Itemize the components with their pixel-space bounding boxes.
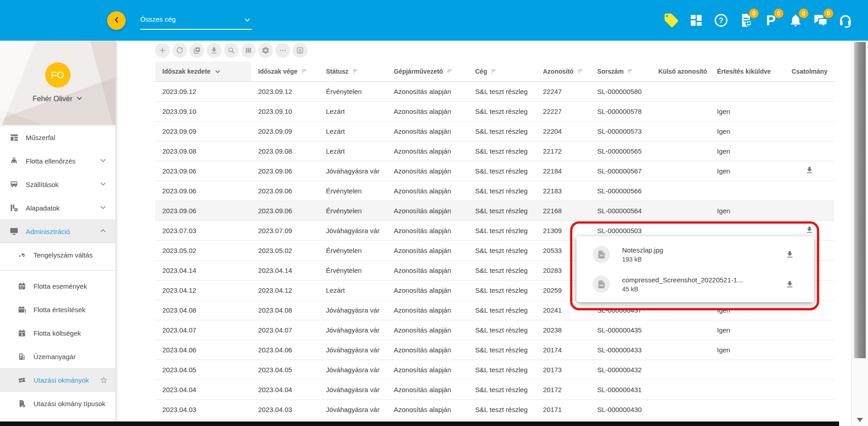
column-header-2[interactable]: Időszak vége	[251, 61, 319, 81]
table-row[interactable]: 2023.09.122023.09.12ÉrvénytelenAzonosítá…	[155, 81, 834, 101]
external-id-cell	[651, 81, 710, 101]
period-end-cell: 2023.07.09	[251, 220, 319, 240]
notified-cell: Igen	[710, 141, 784, 161]
help-icon[interactable]: ?	[712, 12, 730, 29]
company-cell: S&L teszt részleg	[468, 340, 536, 360]
external-id-cell	[651, 360, 710, 379]
sidebar-item-utazasi-okmany-tipusok[interactable]: Utazási okmány típusok	[0, 392, 115, 415]
table-row[interactable]: 2023.09.062023.09.06ÉrvénytelenAzonosítá…	[155, 181, 834, 201]
notified-cell: Igen	[710, 101, 784, 121]
notified-cell: Igen	[710, 340, 784, 360]
parking-icon[interactable]: P 0	[762, 12, 779, 29]
driver-cell: Azonosítás alapján	[387, 260, 468, 280]
refresh-button[interactable]	[172, 43, 187, 58]
columns-button[interactable]	[241, 43, 256, 58]
sidebar-item-szallitasok[interactable]: Szállítások	[0, 173, 115, 196]
svg-text:$: $	[21, 333, 23, 337]
sidebar-item-muszerfal[interactable]: Műszerfal	[0, 126, 115, 149]
jpg-file-icon: JPG	[593, 246, 610, 263]
tag-icon[interactable]	[663, 12, 680, 29]
bus-icon	[9, 179, 19, 189]
table-row[interactable]: 2023.04.042023.04.04Jóváhagyásra várAzon…	[155, 379, 834, 399]
attachment-cell	[784, 340, 834, 360]
sidebar-item-flotta-ertesitesek[interactable]: Flotta értesítések	[0, 298, 115, 321]
column-header-5[interactable]: Cég	[468, 61, 536, 81]
table-row[interactable]: 2023.09.092023.09.09LezártAzonosítás ala…	[155, 121, 834, 141]
sidebar-item-tengelyszam-valtas[interactable]: Tengelyszám váltás	[0, 243, 115, 267]
user-card[interactable]: FO Fehér Olivér	[0, 41, 115, 125]
period-end-cell: 2023.04.05	[251, 360, 319, 379]
scrollbar-down-arrow[interactable]	[857, 418, 863, 422]
driver-cell: Azonosítás alapján	[387, 201, 468, 220]
driver-cell: Azonosítás alapján	[387, 379, 468, 399]
table-row[interactable]: 2023.04.072023.04.07Jóváhagyásra várAzon…	[155, 320, 834, 340]
vertical-scrollbar[interactable]	[851, 41, 868, 426]
document-sync-icon[interactable]: 0	[737, 12, 755, 29]
duplicate-add-button[interactable]	[189, 43, 204, 58]
attachment-cell	[784, 201, 834, 220]
scrollbar-thumb[interactable]	[854, 42, 866, 358]
company-cell: S&L teszt részleg	[468, 399, 536, 419]
column-header-7[interactable]: Sorszám	[590, 61, 651, 81]
period-start-cell: 2023.09.09	[155, 121, 251, 141]
table-row[interactable]: 2023.04.062023.04.06Jóváhagyásra várAzon…	[155, 340, 834, 360]
sidebar-item-adminisztracio[interactable]: Adminisztráció	[0, 220, 115, 243]
download-icon[interactable]	[785, 280, 794, 289]
notifications-icon[interactable]: 0	[787, 12, 804, 29]
period-start-cell: 2023.07.03	[155, 220, 251, 240]
attachment-cell[interactable]	[784, 161, 834, 181]
file-name: Noteszlap.jpg	[622, 246, 663, 254]
sidebar-menu: Műszerfal Flotta ellenőrzés Szállítások	[0, 125, 115, 419]
sidebar-collapse-button[interactable]	[107, 11, 126, 30]
table-row[interactable]: 2023.04.032023.04.03Jóváhagyásra várAzon…	[155, 399, 834, 419]
star-icon[interactable]: ☆	[100, 375, 108, 385]
table-row[interactable]: 2023.04.052023.04.05Jóváhagyásra várAzon…	[155, 360, 834, 379]
period-end-cell: 2023.04.03	[251, 399, 319, 419]
support-headset-icon[interactable]	[837, 12, 854, 29]
sidebar-item-flotta-koltsegek[interactable]: $ Flotta költségek	[0, 321, 115, 345]
column-header-4[interactable]: Gépjárművezető	[387, 61, 468, 81]
search-button[interactable]	[224, 43, 239, 58]
attachment-item[interactable]: JPG Noteszlap.jpg 193 kB	[576, 239, 814, 269]
column-header-1[interactable]: Időszak kezdete	[155, 61, 251, 81]
company-cell: S&L teszt részleg	[468, 260, 536, 280]
notifications-badge: 0	[799, 9, 808, 18]
period-start-cell: 2023.09.10	[155, 101, 251, 121]
column-header-3[interactable]: Státusz	[319, 61, 387, 81]
attachment-cell	[784, 399, 834, 419]
attachment-item[interactable]: PNG compressed_Screenshot_20220521-1... …	[576, 269, 814, 299]
download-icon	[805, 166, 814, 174]
table-row[interactable]: 2023.09.062023.09.06ÉrvénytelenAzonosítá…	[155, 201, 834, 220]
travel-documents-icon	[16, 375, 27, 385]
table-row[interactable]: 2023.09.062023.09.06Jóváhagyásra várAzon…	[155, 161, 834, 181]
table-row[interactable]: 2023.04.082023.04.08Jóváhagyásra várAzon…	[155, 300, 834, 320]
notified-cell	[710, 81, 784, 101]
table-row[interactable]: 2023.09.082023.09.08LezártAzonosítás ala…	[155, 141, 834, 161]
period-start-cell: 2023.04.03	[155, 399, 251, 419]
status-cell: Lezárt	[319, 141, 387, 161]
apps-grid-icon[interactable]	[688, 12, 705, 29]
export-button[interactable]	[292, 43, 307, 58]
table-row[interactable]: 2023.09.102023.09.10LezártAzonosítás ala…	[155, 101, 834, 121]
company-cell: S&L teszt részleg	[468, 240, 536, 260]
column-header-6[interactable]: Azonosító	[536, 61, 590, 81]
sidebar-item-flotta-ellenorzes[interactable]: Flotta ellenőrzés	[0, 149, 115, 173]
master-data-icon	[9, 203, 19, 213]
company-select[interactable]: Összes cég	[140, 15, 252, 30]
settings-button[interactable]	[258, 43, 273, 58]
sidebar-item-flotta-esemenyek[interactable]: Flotta események	[0, 274, 115, 298]
more-button[interactable]	[275, 43, 290, 58]
download-icon[interactable]	[785, 250, 794, 259]
attachment-cell	[784, 101, 834, 121]
fuel-pump-icon: F	[16, 352, 27, 361]
messages-icon[interactable]: 0	[812, 12, 829, 29]
id-cell: 20174	[536, 340, 590, 360]
add-button[interactable]	[155, 43, 170, 58]
external-id-cell	[651, 340, 710, 360]
download-button[interactable]	[207, 43, 222, 58]
sidebar-item-utazasi-okmanyok[interactable]: Utazási okmányok ☆	[0, 368, 115, 392]
period-end-cell: 2023.04.07	[251, 320, 319, 340]
desktop-icon	[9, 226, 19, 236]
sidebar-item-alapadatok[interactable]: Alapadatok	[0, 196, 115, 220]
sidebar-item-uzemanyagar[interactable]: F Üzemanyagár	[0, 345, 115, 368]
